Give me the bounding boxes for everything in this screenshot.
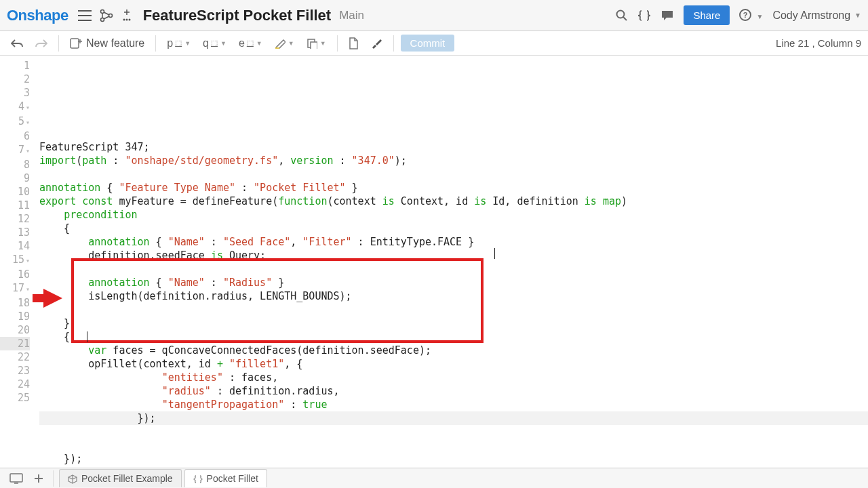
chevron-down-icon: ▼ <box>320 40 326 47</box>
version-graph-icon[interactable] <box>100 9 113 22</box>
chevron-down-icon: ▼ <box>220 40 226 47</box>
cursor-position: Line 21 , Column 9 <box>776 37 861 49</box>
code-line[interactable]: var faces = qConcaveConnectedFaces(defin… <box>39 344 868 357</box>
svg-rect-12 <box>10 474 22 482</box>
monitor-icon[interactable] <box>5 470 27 487</box>
top-right: Share ? ▼ Cody Armstrong ▼ <box>616 5 861 25</box>
top-bar: Onshape FeatureScript Pocket Fillet Main… <box>0 0 868 31</box>
new-feature-button[interactable]: New feature <box>66 35 149 52</box>
separator <box>58 35 59 52</box>
code-line[interactable] <box>39 303 868 317</box>
code-line[interactable]: annotation { "Name" : "Seed Face", "Filt… <box>39 235 868 249</box>
tab[interactable]: Pocket Fillet Example <box>59 469 182 487</box>
code-line[interactable]: isLength(definition.radius, LENGTH_BOUND… <box>39 289 868 303</box>
chevron-down-icon: ▼ <box>288 40 294 47</box>
line-gutter: 1234▾5▾67▾89101112131415▾1617▾1819202122… <box>0 56 35 468</box>
code-line[interactable] <box>39 167 868 181</box>
code-line[interactable]: "radius" : definition.radius, <box>39 384 868 398</box>
separator <box>155 35 156 52</box>
help-icon[interactable]: ? ▼ <box>739 8 763 22</box>
svg-point-2 <box>108 14 112 17</box>
code-line[interactable] <box>39 439 868 452</box>
code-line[interactable]: FeatureScript 347; <box>39 140 868 154</box>
user-menu[interactable]: Cody Armstrong ▼ <box>772 9 861 22</box>
svg-point-6 <box>617 11 625 18</box>
svg-rect-11 <box>311 42 317 49</box>
svg-point-1 <box>100 18 104 21</box>
svg-point-5 <box>128 18 130 20</box>
code-line[interactable]: export const myFeature = defineFeature(f… <box>39 195 868 208</box>
hamburger-icon[interactable] <box>78 9 92 22</box>
commit-button[interactable]: Commit <box>401 35 455 52</box>
add-tab-button[interactable] <box>30 470 47 487</box>
tab[interactable]: Pocket Fillet <box>184 469 267 487</box>
chevron-down-icon: ▼ <box>256 40 262 47</box>
paste-dropdown[interactable]: ▼ <box>302 35 330 52</box>
featurescript-icon[interactable] <box>637 8 651 22</box>
user-name: Cody Armstrong <box>772 9 850 22</box>
separator <box>337 35 338 52</box>
svg-rect-9 <box>71 39 79 48</box>
code-line[interactable] <box>39 262 868 276</box>
code-line[interactable]: annotation { "Name" : "Radius" } <box>39 276 868 289</box>
search-icon[interactable] <box>616 8 628 22</box>
code-line[interactable]: "entities" : faces, <box>39 371 868 384</box>
code-line[interactable]: } <box>39 317 868 330</box>
document-title[interactable]: FeatureScript Pocket Fillet <box>143 7 332 24</box>
cube-icon <box>68 473 77 484</box>
code-area[interactable]: FeatureScript 347;import(path : "onshape… <box>35 56 868 468</box>
tab-label: Pocket Fillet <box>207 473 258 484</box>
redo-button[interactable] <box>31 36 52 51</box>
e-dropdown[interactable]: e⬚ ▼ <box>235 35 267 52</box>
tab-label: Pocket Fillet Example <box>81 473 173 484</box>
q-dropdown[interactable]: q⬚ ▼ <box>199 35 231 52</box>
svg-point-4 <box>125 18 127 20</box>
undo-button[interactable] <box>7 36 27 51</box>
p-dropdown[interactable]: p⬚ ▼ <box>163 35 195 52</box>
code-line[interactable] <box>39 425 868 439</box>
share-button[interactable]: Share <box>684 5 730 25</box>
code-line[interactable]: }); <box>39 452 868 466</box>
code-line[interactable]: opFillet(context, id + "fillet1", { <box>39 357 868 371</box>
text-cursor <box>494 248 495 259</box>
chevron-down-icon: ▼ <box>184 40 191 47</box>
svg-point-0 <box>100 9 104 13</box>
svg-point-3 <box>123 18 125 20</box>
branch-label[interactable]: Main <box>339 9 364 22</box>
brush-button[interactable] <box>366 35 387 52</box>
fs-icon <box>193 473 203 484</box>
document-button[interactable] <box>344 35 362 52</box>
svg-text:?: ? <box>743 11 748 19</box>
code-line[interactable]: import(path : "onshape/std/geometry.fs",… <box>39 154 868 167</box>
code-line[interactable]: definition.seedFace is Query; <box>39 249 868 262</box>
code-line[interactable]: }); <box>39 411 868 425</box>
comments-icon[interactable] <box>660 8 674 22</box>
code-line[interactable]: "tangentPropagation" : true <box>39 398 868 411</box>
code-line[interactable]: { <box>39 222 868 235</box>
code-editor[interactable]: 1234▾5▾67▾89101112131415▾1617▾1819202122… <box>0 56 868 468</box>
code-line[interactable]: annotation { "Feature Type Name" : "Pock… <box>39 181 868 195</box>
new-feature-label: New feature <box>86 37 144 49</box>
separator <box>393 35 394 52</box>
tabs-container: Pocket Fillet ExamplePocket Fillet <box>59 469 267 487</box>
highlight-dropdown[interactable]: ▼ <box>271 35 298 52</box>
insert-icon[interactable] <box>121 9 132 22</box>
brand-logo[interactable]: Onshape <box>7 7 68 24</box>
chevron-down-icon: ▼ <box>854 12 861 19</box>
bottom-tab-bar: Pocket Fillet ExamplePocket Fillet <box>0 468 868 488</box>
chevron-down-icon: ▼ <box>756 13 763 20</box>
code-line[interactable]: { <box>39 330 868 344</box>
separator <box>53 470 54 487</box>
text-cursor <box>87 331 87 342</box>
toolbar: New feature p⬚ ▼ q⬚ ▼ e⬚ ▼ ▼ ▼ Commit Li… <box>0 31 868 56</box>
code-line[interactable]: precondition <box>39 208 868 222</box>
